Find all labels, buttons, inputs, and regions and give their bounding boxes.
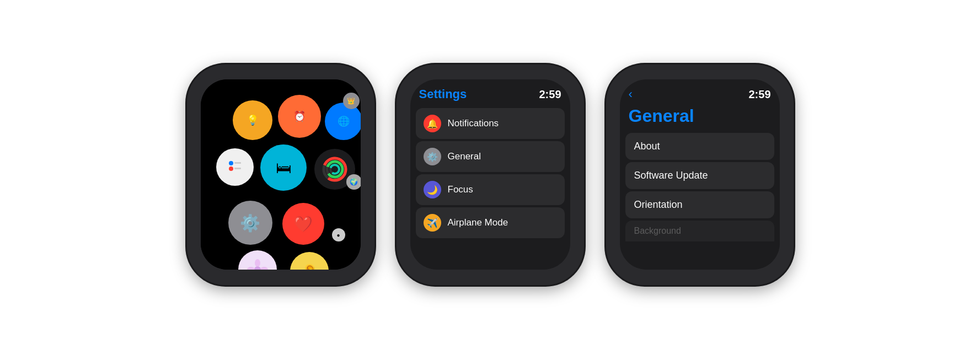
breathe-app-icon[interactable] [238,250,277,270]
ear-app-icon[interactable]: 👂 [290,252,329,270]
svg-point-13 [247,267,255,270]
settings-general-item[interactable]: ⚙️ General [416,141,565,172]
watch-screen-2: Settings 2:59 🔔 Notifications ⚙️ General [410,79,570,270]
general-label: General [448,151,481,162]
general-title: General [620,104,780,132]
focus-label: Focus [448,184,473,195]
watch-2: Settings 2:59 🔔 Notifications ⚙️ General [397,65,584,285]
background-label: Background [634,226,681,235]
svg-point-14 [260,267,268,270]
general-time: 2:59 [748,88,770,101]
app-grid: 💡 ⏰ 🌐 👑 🛏 [201,79,361,270]
orientation-item[interactable]: Orientation [625,191,774,218]
tip-app-icon[interactable]: 💡 [233,100,272,140]
orientation-label: Orientation [634,199,683,210]
watch-screen-1: 💡 ⏰ 🌐 👑 🛏 [201,79,361,270]
alarm-app-icon[interactable]: ⏰ [278,95,321,138]
small-icon-top[interactable]: 👑 [343,93,360,109]
settings-focus-item[interactable]: 🌙 Focus [416,174,565,205]
back-button[interactable]: ‹ [629,87,633,101]
watch-1: 💡 ⏰ 🌐 👑 🛏 [187,65,374,285]
airplane-icon: ✈️ [424,214,441,232]
heart-app-icon[interactable]: ❤️ [282,203,324,245]
software-update-item[interactable]: Software Update [625,162,774,189]
general-icon: ⚙️ [424,148,441,165]
general-list: About Software Update Orientation Backgr… [620,132,780,270]
notifications-label: Notifications [448,118,499,129]
watch-3: ‹ 2:59 General About Software Update Ori [606,65,794,285]
svg-point-11 [255,259,260,267]
svg-point-0 [229,161,233,165]
settings-title: Settings [419,87,467,101]
watch-body-1: 💡 ⏰ 🌐 👑 🛏 [187,65,374,285]
watch-screen-3: ‹ 2:59 General About Software Update Ori [620,79,780,270]
airplane-label: Airplane Mode [448,217,508,228]
focus-icon: 🌙 [424,181,441,198]
settings-header: Settings 2:59 [410,79,570,106]
background-item[interactable]: Background [625,221,774,241]
settings-notifications-item[interactable]: 🔔 Notifications [416,108,565,139]
software-update-label: Software Update [634,170,708,181]
svg-rect-3 [234,168,241,169]
general-header: ‹ 2:59 [620,79,780,104]
sleep-app-icon[interactable]: 🛏 [260,144,307,191]
settings-airplane-item[interactable]: ✈️ Airplane Mode [416,207,565,238]
about-label: About [634,141,660,152]
notifications-icon: 🔔 [424,115,441,132]
settings-time: 2:59 [539,88,561,101]
general-screen: ‹ 2:59 General About Software Update Ori [620,79,780,270]
watch-body-3: ‹ 2:59 General About Software Update Ori [606,65,794,285]
settings-list: 🔔 Notifications ⚙️ General 🌙 Focus [410,106,570,270]
small-app-2[interactable]: 🌍 [346,174,361,190]
svg-rect-1 [234,162,241,164]
settings-app-icon[interactable]: ⚙️ [228,201,272,245]
about-item[interactable]: About [625,133,774,160]
settings-screen: Settings 2:59 🔔 Notifications ⚙️ General [410,79,570,270]
svg-point-2 [229,167,233,171]
small-app-3[interactable]: ● [332,228,345,241]
reminders-app-icon[interactable] [216,148,254,186]
watch-body-2: Settings 2:59 🔔 Notifications ⚙️ General [397,65,584,285]
